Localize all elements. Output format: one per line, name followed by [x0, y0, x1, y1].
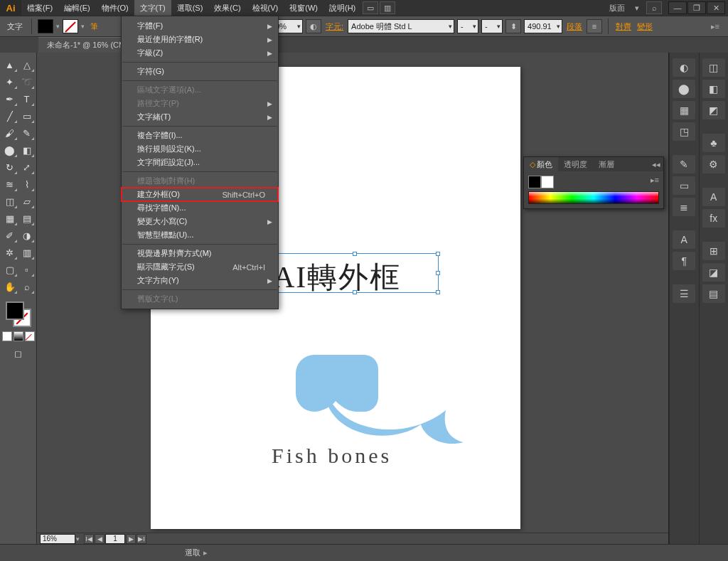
tool-pen[interactable]: ✒ — [2, 91, 18, 107]
tool-blob[interactable]: ⬤ — [2, 142, 18, 158]
dock-panel-button[interactable]: ◪ — [702, 263, 725, 282]
menu-效果(C)[interactable]: 效果(C) — [208, 0, 246, 16]
first-artboard-button[interactable]: I◀ — [84, 534, 94, 544]
tool-perspective[interactable]: ▱ — [19, 193, 35, 209]
layout-label[interactable]: 版面 — [609, 3, 625, 14]
tool-warp[interactable]: ⌇ — [19, 176, 35, 192]
layout-dropdown-icon[interactable]: ▾ — [635, 4, 639, 13]
menu-說明(H)[interactable]: 說明(H) — [323, 0, 361, 16]
tool-zoom[interactable]: ⌕ — [19, 279, 35, 294]
artboard-number-field[interactable]: 1 — [105, 534, 125, 544]
tool-wand[interactable]: ✦ — [2, 74, 18, 90]
zoom-field[interactable]: 16% — [40, 534, 75, 544]
font-size-dropdown[interactable]: - — [481, 19, 503, 33]
dock-panel-button[interactable]: ✎ — [673, 155, 695, 173]
tool-rect[interactable]: ▭ — [19, 108, 35, 124]
tool-eyedrop[interactable]: ✐ — [2, 228, 18, 243]
tool-brush[interactable]: 🖌 — [2, 125, 18, 141]
tool-graph[interactable]: ▥ — [19, 245, 35, 260]
opacity-icon[interactable]: ◐ — [306, 19, 321, 33]
menu-item[interactable]: 換行規則設定(K)... — [122, 142, 278, 156]
dock-panel-button[interactable]: A — [673, 230, 695, 249]
menu-item[interactable]: 字體(F)▶ — [122, 19, 278, 33]
dock-panel-button[interactable]: ◳ — [673, 122, 695, 141]
tool-scale[interactable]: ⤢ — [19, 159, 35, 175]
dock-panel-button[interactable]: ▦ — [673, 101, 695, 119]
document-tab[interactable]: 未命名-1* @ 16% (CM — [38, 37, 134, 53]
tool-shape-builder[interactable]: ◫ — [2, 193, 18, 209]
dock-panel-button[interactable]: ⬤ — [673, 80, 695, 98]
stroke-swatch[interactable] — [63, 19, 78, 33]
dock-panel-button[interactable]: ♣ — [702, 134, 725, 152]
menu-item[interactable]: 變更大小寫(C)▶ — [122, 215, 278, 228]
tool-symbol[interactable]: ✲ — [2, 245, 18, 260]
menu-檢視(V)[interactable]: 檢視(V) — [247, 0, 284, 16]
tool-blend[interactable]: ◑ — [19, 228, 35, 243]
menu-檔案(F)[interactable]: 檔案(F) — [21, 0, 58, 16]
menu-icon-2[interactable]: ▥ — [380, 1, 395, 14]
dock-panel-button[interactable]: ⚙ — [702, 155, 725, 173]
panel-tab[interactable]: 透明度 — [558, 157, 593, 172]
tool-direct-select[interactable]: △ — [19, 57, 35, 73]
dock-panel-button[interactable]: ◫ — [702, 58, 725, 77]
screen-mode[interactable]: ◻ — [11, 346, 26, 361]
menu-編輯(E)[interactable]: 編輯(E) — [58, 0, 96, 16]
color-modes[interactable] — [2, 331, 35, 341]
menu-item[interactable]: 複合字體(I)... — [122, 129, 278, 142]
menu-item[interactable]: 智慧型標點(U)... — [122, 228, 278, 242]
fill-swatch[interactable] — [38, 19, 53, 33]
dock-panel-button[interactable]: ▭ — [673, 176, 695, 195]
close-button[interactable]: ✕ — [707, 1, 725, 14]
panel-collapse-icon[interactable]: ◂◂ — [649, 160, 663, 169]
menu-item[interactable]: 文字間距設定(J)... — [122, 156, 278, 169]
dock-panel-button[interactable]: ◩ — [702, 101, 725, 119]
fill-stroke-control[interactable] — [4, 300, 33, 328]
dock-panel-button[interactable]: ☰ — [673, 284, 695, 303]
menu-選取(S)[interactable]: 選取(S) — [171, 0, 209, 16]
align-icon[interactable]: ≡ — [587, 19, 602, 33]
menu-視窗(W)[interactable]: 視窗(W) — [284, 0, 323, 16]
tool-rotate[interactable]: ↻ — [2, 159, 18, 175]
menu-item[interactable]: 顯示隱藏字元(S)Alt+Ctrl+I — [122, 260, 278, 274]
tool-gradient[interactable]: ▤ — [19, 210, 35, 226]
character-link[interactable]: 字元: — [324, 21, 345, 32]
dock-panel-button[interactable]: A — [702, 188, 725, 206]
menu-item[interactable]: 文字緒(T)▶ — [122, 110, 278, 124]
tool-line[interactable]: ╱ — [2, 108, 18, 124]
next-artboard-button[interactable]: ▶ — [126, 534, 136, 544]
font-dropdown[interactable]: Adobe 明體 Std L — [348, 19, 454, 33]
menu-item[interactable]: 字級(Z)▶ — [122, 46, 278, 60]
color-spectrum[interactable] — [528, 191, 659, 204]
font-style-dropdown[interactable]: - — [457, 19, 478, 33]
panel-menu-icon[interactable]: ▸≡ — [711, 22, 724, 31]
align-link[interactable]: 對齊 — [614, 21, 633, 32]
dock-panel-button[interactable]: ¶ — [673, 252, 695, 270]
panel-menu-icon[interactable]: ▸≡ — [651, 176, 659, 188]
color-stroke-swatch[interactable] — [541, 176, 554, 188]
dock-panel-button[interactable]: ◧ — [702, 80, 725, 98]
menu-item[interactable]: 尋找字體(N)... — [122, 201, 278, 215]
search-icon[interactable]: ⌕ — [646, 1, 662, 14]
panel-tab[interactable]: 漸層 — [593, 157, 620, 172]
dock-panel-button[interactable]: ▤ — [702, 284, 725, 303]
size-link-icon[interactable]: ⬍ — [505, 19, 521, 33]
last-artboard-button[interactable]: ▶I — [136, 534, 146, 544]
color-panel[interactable]: ◇顏色透明度漸層◂◂ ▸≡ — [523, 156, 664, 209]
width-field[interactable]: 490.91 — [524, 19, 562, 33]
tool-lasso[interactable]: ➰ — [19, 74, 35, 90]
tool-slice[interactable]: ▫ — [19, 262, 35, 277]
tool-type[interactable]: T — [19, 91, 35, 107]
menu-item[interactable]: 最近使用的字體(R)▶ — [122, 33, 278, 46]
menu-item[interactable]: 建立外框(O)Shift+Ctrl+O — [122, 188, 278, 201]
tool-hand[interactable]: ✋ — [2, 279, 18, 294]
transform-link[interactable]: 變形 — [636, 21, 654, 32]
prev-artboard-button[interactable]: ◀ — [95, 534, 105, 544]
selection-bounding-box[interactable] — [270, 253, 439, 293]
menu-物件(O)[interactable]: 物件(O) — [96, 0, 134, 16]
tool-width[interactable]: ≋ — [2, 176, 18, 192]
tool-mesh[interactable]: ▦ — [2, 210, 18, 226]
dock-panel-button[interactable]: ≣ — [673, 198, 695, 216]
panel-tab[interactable]: ◇顏色 — [524, 157, 558, 172]
dock-panel-button[interactable]: ⊞ — [702, 242, 725, 260]
tool-eraser[interactable]: ◧ — [19, 142, 35, 158]
